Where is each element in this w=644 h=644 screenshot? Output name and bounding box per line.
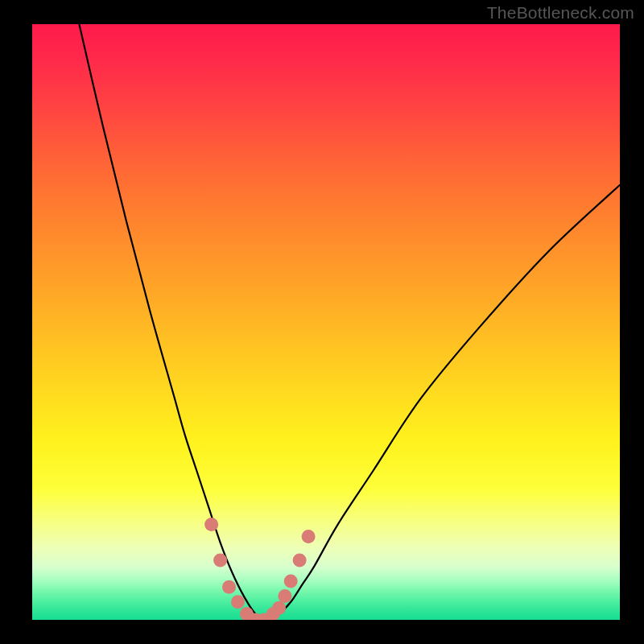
highlight-dot bbox=[278, 589, 291, 603]
plot-area bbox=[32, 24, 620, 620]
watermark-text: TheBottleneck.com bbox=[487, 3, 634, 23]
highlight-dot bbox=[293, 554, 307, 568]
highlight-dot bbox=[284, 574, 298, 588]
curve-layer bbox=[32, 24, 620, 620]
highlight-dots bbox=[204, 518, 315, 620]
highlight-dot bbox=[222, 580, 236, 594]
highlight-dot bbox=[302, 530, 316, 543]
chart-frame: TheBottleneck.com bbox=[0, 0, 644, 644]
highlight-dot bbox=[231, 595, 245, 609]
highlight-dot bbox=[204, 518, 218, 531]
bottleneck-curve bbox=[79, 24, 620, 620]
highlight-dot bbox=[213, 554, 227, 568]
highlight-dot bbox=[272, 601, 286, 615]
